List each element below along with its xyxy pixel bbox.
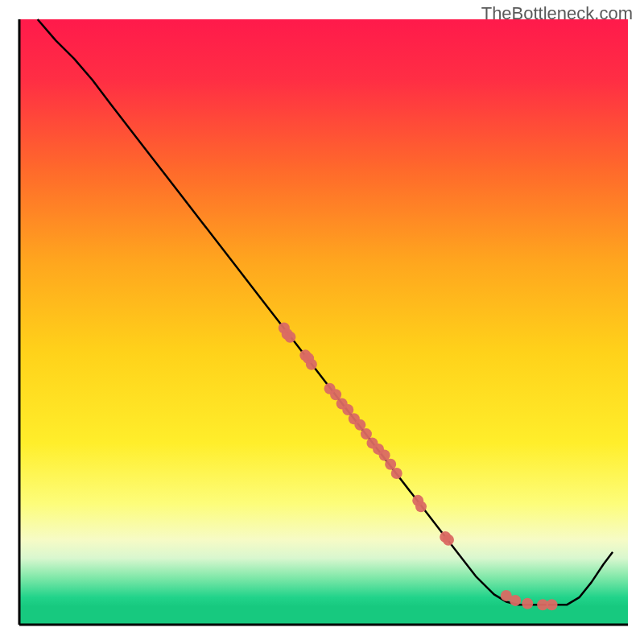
- chart-container: TheBottleneck.com: [0, 0, 644, 644]
- data-point: [391, 468, 402, 479]
- data-point: [547, 599, 558, 610]
- data-point: [284, 332, 295, 343]
- data-point: [306, 359, 317, 370]
- data-point: [443, 535, 454, 546]
- data-point: [415, 501, 427, 512]
- data-point: [510, 595, 521, 606]
- plot-background: [19, 19, 628, 625]
- chart-svg: [0, 0, 644, 644]
- watermark-text: TheBottleneck.com: [481, 3, 633, 24]
- data-point: [522, 598, 533, 609]
